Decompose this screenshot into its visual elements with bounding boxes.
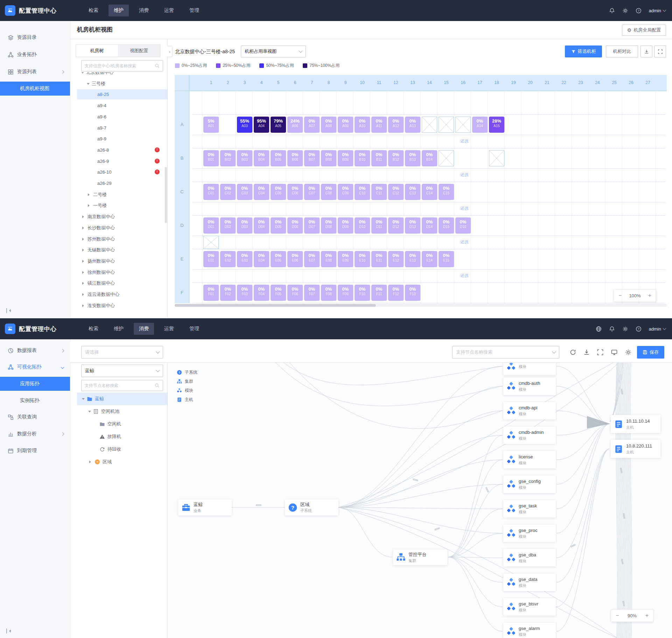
view-type-select[interactable]: 机柜占用率视图 (241, 46, 306, 57)
rack-cell-F10[interactable]: 0%F10 (355, 285, 370, 301)
nav-item-消费[interactable]: 消费 (134, 5, 154, 16)
rack-cell-E11[interactable]: 0%E11 (371, 251, 387, 267)
nav-item-运营[interactable]: 运营 (159, 323, 179, 335)
gear-icon[interactable] (622, 8, 628, 14)
rack-cell-A01[interactable]: 5%A01 (203, 117, 219, 133)
tree-item-a9-7[interactable]: a9-7 (77, 123, 167, 133)
zoom-out-button[interactable]: − (618, 293, 622, 298)
tree-item-空闲机池[interactable]: 空闲机池 (77, 405, 178, 418)
download-button[interactable] (583, 349, 590, 356)
rack-cell-D13[interactable]: 0%D13 (405, 217, 420, 234)
topo-node-module[interactable]: cmdb-auth模块 (503, 377, 556, 395)
sidebar-item-资源列表[interactable]: 资源列表 (0, 65, 70, 79)
rack-cell-D11[interactable]: 0%D11 (371, 217, 387, 234)
nav-item-维护[interactable]: 维护 (108, 323, 129, 335)
sidebar-item-实例拓扑[interactable]: 实例拓扑 (0, 394, 70, 408)
rack-cell-B13[interactable]: 0%B13 (405, 150, 420, 166)
rack-cell-crossed[interactable] (455, 117, 471, 133)
sidebar-item-可视化拓扑[interactable]: 可视化拓扑 (0, 360, 70, 374)
cabinet-compare-button[interactable]: 机柜对比 (606, 46, 638, 57)
rack-cell-A09[interactable]: 0%A09 (338, 117, 353, 133)
rack-cell-F02[interactable]: 0%F02 (220, 285, 236, 301)
topo-node-module[interactable]: gse_dba模块 (503, 549, 556, 567)
tree-item-南京数据中心[interactable]: 南京数据中心 (77, 211, 167, 222)
tree-arrow-right-icon[interactable] (89, 460, 92, 463)
tree-arrow-down-icon[interactable] (81, 72, 84, 75)
rack-cell-E15[interactable]: 0%E15 (439, 251, 454, 267)
rack-cell-C09[interactable]: 0%C09 (338, 184, 353, 200)
rack-cell-D15[interactable]: 0%D15 (439, 217, 454, 234)
rack-cell-crossed[interactable] (439, 117, 454, 133)
tree-item-a9-4[interactable]: a9-4 (77, 100, 167, 111)
tree-item-淮安数据中心[interactable]: 淮安数据中心 (77, 300, 167, 311)
rack-cell-D06[interactable]: 0%D06 (287, 217, 303, 234)
rack-cell-B08[interactable]: 0%B08 (321, 150, 336, 166)
room-search-input[interactable]: 支持信息中心/机房名称搜索 (81, 60, 163, 71)
topo-node-host[interactable]: 10.11.10.14主机 (611, 415, 660, 433)
rack-cell-D04[interactable]: 0%D04 (254, 217, 269, 234)
sidebar-collapse-icon[interactable] (6, 628, 12, 634)
rack-cell-D12[interactable]: 0%D12 (388, 217, 404, 234)
tree-arrow-right-icon[interactable] (82, 271, 85, 274)
rack-cell-crossed[interactable] (489, 150, 504, 166)
rack-cell-E05[interactable]: 0%E05 (271, 251, 286, 267)
rack-cell-D08[interactable]: 0%D08 (321, 217, 336, 234)
rack-cell-A12[interactable]: 0%A12 (388, 117, 404, 133)
rack-cell-B02[interactable]: 0%B02 (220, 150, 236, 166)
nav-item-检索[interactable]: 检索 (83, 5, 104, 16)
fullscreen-button[interactable] (654, 46, 666, 57)
rack-cell-E06[interactable]: 0%E06 (287, 251, 303, 267)
topo-node-module[interactable]: gse_config模块 (503, 476, 556, 493)
restore-link[interactable]: 还原 (457, 172, 472, 178)
rack-cell-D16[interactable]: 0%D16 (455, 217, 471, 234)
zoom-in-button[interactable]: + (648, 293, 651, 298)
rack-cell-C10[interactable]: 0%C10 (355, 184, 370, 200)
tree-arrow-right-icon[interactable] (88, 193, 91, 196)
rack-cell-F05[interactable]: 0%F05 (271, 285, 286, 301)
rack-cell-A06[interactable]: 24%A06 (287, 117, 303, 133)
rack-cell-B05[interactable]: 0%B05 (271, 150, 286, 166)
rack-cell-E02[interactable]: 0%E02 (220, 251, 236, 267)
rack-cell-A10[interactable]: 0%A10 (355, 117, 370, 133)
tree-arrow-down-icon[interactable] (87, 83, 90, 86)
tree-item-a8-25[interactable]: a8-25 (77, 89, 167, 99)
app-logo-icon[interactable] (5, 5, 15, 16)
tree-arrow-down-icon[interactable] (82, 398, 85, 401)
rack-cell-C01[interactable]: 0%C01 (203, 184, 219, 200)
bell-icon[interactable] (609, 326, 615, 332)
tab-机房树[interactable]: 机房树 (76, 45, 118, 57)
tree-arrow-right-icon[interactable] (82, 227, 85, 229)
topo-node-business[interactable]: 蓝鲸业务 (178, 499, 232, 515)
topo-node-module[interactable]: gse_data模块 (503, 574, 556, 591)
sidebar-collapse-icon[interactable] (6, 307, 12, 314)
rack-cell-D01[interactable]: 0%D01 (203, 217, 219, 234)
rack-cell-F11[interactable]: 0%F11 (371, 285, 387, 301)
tree-item-扬州数据中心[interactable]: 扬州数据中心 (77, 256, 167, 266)
rack-cell-C08[interactable]: 0%C08 (321, 184, 336, 200)
tree-item-蓝鲸[interactable]: 蓝鲸 (77, 393, 172, 405)
rack-cell-B12[interactable]: 0%B12 (388, 150, 404, 166)
nav-item-维护[interactable]: 维护 (108, 5, 129, 16)
topo-node-module[interactable]: cmdb-api模块 (503, 402, 556, 419)
topo-node-module[interactable]: 模块 (503, 363, 556, 375)
rack-cell-E10[interactable]: 0%E10 (355, 251, 370, 267)
restore-link[interactable]: 还原 (457, 273, 472, 279)
rack-cell-B10[interactable]: 0%B10 (355, 150, 370, 166)
tree-item-连云港数据中心[interactable]: 连云港数据中心 (77, 289, 167, 299)
rack-cell-C04[interactable]: 0%C04 (254, 184, 269, 200)
tree-arrow-right-icon[interactable] (82, 293, 85, 296)
rack-cell-C03[interactable]: 0%C03 (237, 184, 252, 200)
rack-cell-F13[interactable]: 0%F13 (405, 285, 420, 301)
tree-item-长沙数据中心[interactable]: 长沙数据中心 (77, 223, 167, 233)
nav-item-检索[interactable]: 检索 (83, 323, 104, 335)
sidebar-item-数据报表[interactable]: 数据报表 (0, 344, 70, 358)
bell-icon[interactable] (609, 8, 615, 14)
rack-cell-E03[interactable]: 0%E03 (237, 251, 252, 267)
sidebar-item-资源目录[interactable]: 资源目录 (0, 30, 70, 44)
tree-scrollbar-thumb[interactable] (165, 167, 167, 223)
rack-cell-A04[interactable]: 95%A04 (254, 117, 269, 133)
rack-cell-E12[interactable]: 0%E12 (388, 251, 404, 267)
sidebar-item-应用拓扑[interactable]: 应用拓扑 (0, 377, 70, 391)
rack-cell-E09[interactable]: 0%E09 (338, 251, 353, 267)
rack-cell-C07[interactable]: 0%C07 (304, 184, 320, 200)
